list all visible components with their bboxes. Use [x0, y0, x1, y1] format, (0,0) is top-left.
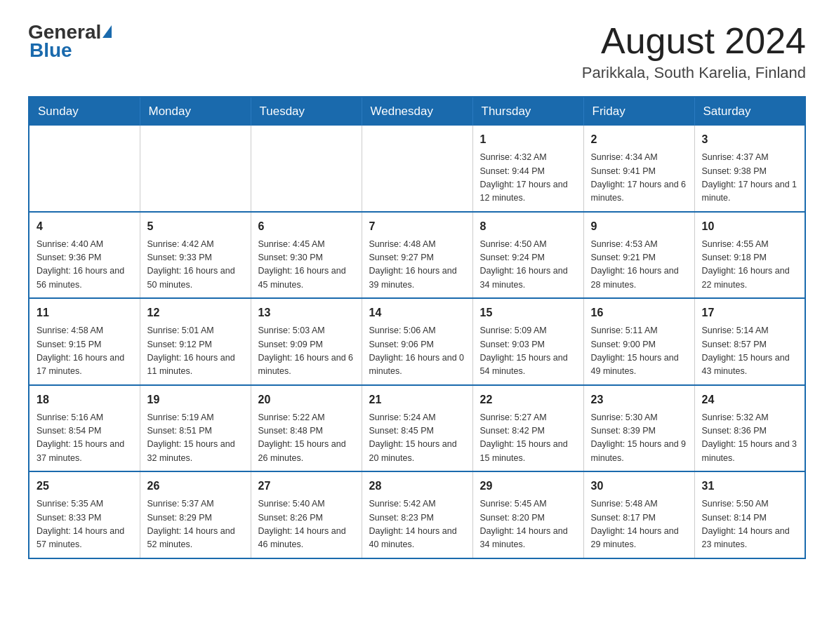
day-info: Sunrise: 5:27 AMSunset: 8:42 PMDaylight:…	[480, 411, 576, 466]
day-number: 23	[591, 391, 687, 408]
calendar-cell: 4Sunrise: 4:40 AMSunset: 9:36 PMDaylight…	[29, 212, 140, 299]
calendar-cell: 14Sunrise: 5:06 AMSunset: 9:06 PMDayligh…	[362, 298, 472, 385]
calendar-cell	[362, 126, 472, 212]
day-number: 8	[480, 218, 576, 235]
calendar-cell: 27Sunrise: 5:40 AMSunset: 8:26 PMDayligh…	[251, 471, 362, 558]
calendar-cell: 23Sunrise: 5:30 AMSunset: 8:39 PMDayligh…	[583, 385, 694, 472]
calendar-header-row: SundayMondayTuesdayWednesdayThursdayFrid…	[29, 97, 805, 126]
col-header-saturday: Saturday	[694, 97, 805, 126]
col-header-friday: Friday	[583, 97, 694, 126]
day-info: Sunrise: 5:48 AMSunset: 8:17 PMDaylight:…	[591, 497, 687, 552]
page-header: General Blue August 2024 Parikkala, Sout…	[28, 21, 806, 82]
title-block: August 2024 Parikkala, South Karelia, Fi…	[582, 21, 806, 82]
day-number: 4	[37, 218, 133, 235]
day-info: Sunrise: 5:01 AMSunset: 9:12 PMDaylight:…	[147, 324, 244, 379]
calendar-cell: 20Sunrise: 5:22 AMSunset: 8:48 PMDayligh…	[251, 385, 362, 472]
col-header-wednesday: Wednesday	[362, 97, 472, 126]
day-number: 21	[369, 391, 465, 408]
calendar-cell: 17Sunrise: 5:14 AMSunset: 8:57 PMDayligh…	[694, 298, 805, 385]
day-number: 6	[258, 218, 355, 235]
calendar-cell: 9Sunrise: 4:53 AMSunset: 9:21 PMDaylight…	[583, 212, 694, 299]
day-info: Sunrise: 4:32 AMSunset: 9:44 PMDaylight:…	[480, 151, 576, 206]
calendar-cell: 15Sunrise: 5:09 AMSunset: 9:03 PMDayligh…	[472, 298, 583, 385]
day-info: Sunrise: 4:37 AMSunset: 9:38 PMDaylight:…	[702, 151, 798, 206]
day-number: 25	[37, 478, 133, 495]
calendar-cell: 26Sunrise: 5:37 AMSunset: 8:29 PMDayligh…	[140, 471, 251, 558]
day-info: Sunrise: 5:11 AMSunset: 9:00 PMDaylight:…	[591, 324, 687, 379]
calendar-cell: 18Sunrise: 5:16 AMSunset: 8:54 PMDayligh…	[29, 385, 140, 472]
day-info: Sunrise: 5:14 AMSunset: 8:57 PMDaylight:…	[702, 324, 798, 379]
calendar-cell: 24Sunrise: 5:32 AMSunset: 8:36 PMDayligh…	[694, 385, 805, 472]
day-number: 19	[147, 391, 244, 408]
calendar-week-3: 11Sunrise: 4:58 AMSunset: 9:15 PMDayligh…	[29, 298, 805, 385]
day-info: Sunrise: 4:55 AMSunset: 9:18 PMDaylight:…	[702, 238, 798, 293]
calendar-cell: 11Sunrise: 4:58 AMSunset: 9:15 PMDayligh…	[29, 298, 140, 385]
day-number: 1	[480, 131, 576, 148]
day-info: Sunrise: 5:32 AMSunset: 8:36 PMDaylight:…	[702, 411, 798, 466]
day-number: 7	[369, 218, 465, 235]
day-number: 15	[480, 304, 576, 321]
day-info: Sunrise: 4:53 AMSunset: 9:21 PMDaylight:…	[591, 238, 687, 293]
day-info: Sunrise: 5:30 AMSunset: 8:39 PMDaylight:…	[591, 411, 687, 466]
day-number: 10	[702, 218, 798, 235]
day-info: Sunrise: 5:35 AMSunset: 8:33 PMDaylight:…	[37, 497, 133, 552]
day-number: 13	[258, 304, 355, 321]
calendar-week-5: 25Sunrise: 5:35 AMSunset: 8:33 PMDayligh…	[29, 471, 805, 558]
day-number: 9	[591, 218, 687, 235]
day-number: 30	[591, 478, 687, 495]
calendar-table: SundayMondayTuesdayWednesdayThursdayFrid…	[28, 96, 806, 559]
day-number: 31	[702, 478, 798, 495]
day-number: 16	[591, 304, 687, 321]
day-info: Sunrise: 5:40 AMSunset: 8:26 PMDaylight:…	[258, 497, 355, 552]
calendar-cell	[29, 126, 140, 212]
calendar-cell: 28Sunrise: 5:42 AMSunset: 8:23 PMDayligh…	[362, 471, 472, 558]
page-title: August 2024	[582, 21, 806, 61]
col-header-tuesday: Tuesday	[251, 97, 362, 126]
day-number: 11	[37, 304, 133, 321]
day-info: Sunrise: 5:06 AMSunset: 9:06 PMDaylight:…	[369, 324, 465, 379]
day-number: 12	[147, 304, 244, 321]
calendar-cell: 31Sunrise: 5:50 AMSunset: 8:14 PMDayligh…	[694, 471, 805, 558]
day-info: Sunrise: 5:24 AMSunset: 8:45 PMDaylight:…	[369, 411, 465, 466]
calendar-cell: 22Sunrise: 5:27 AMSunset: 8:42 PMDayligh…	[472, 385, 583, 472]
day-info: Sunrise: 5:16 AMSunset: 8:54 PMDaylight:…	[37, 411, 133, 466]
day-number: 22	[480, 391, 576, 408]
day-info: Sunrise: 5:37 AMSunset: 8:29 PMDaylight:…	[147, 497, 244, 552]
calendar-cell: 8Sunrise: 4:50 AMSunset: 9:24 PMDaylight…	[472, 212, 583, 299]
day-info: Sunrise: 4:50 AMSunset: 9:24 PMDaylight:…	[480, 238, 576, 293]
calendar-cell: 2Sunrise: 4:34 AMSunset: 9:41 PMDaylight…	[583, 126, 694, 212]
logo: General Blue	[28, 21, 112, 62]
calendar-cell: 19Sunrise: 5:19 AMSunset: 8:51 PMDayligh…	[140, 385, 251, 472]
day-info: Sunrise: 5:19 AMSunset: 8:51 PMDaylight:…	[147, 411, 244, 466]
day-info: Sunrise: 5:09 AMSunset: 9:03 PMDaylight:…	[480, 324, 576, 379]
calendar-cell: 29Sunrise: 5:45 AMSunset: 8:20 PMDayligh…	[472, 471, 583, 558]
calendar-cell: 13Sunrise: 5:03 AMSunset: 9:09 PMDayligh…	[251, 298, 362, 385]
calendar-cell: 6Sunrise: 4:45 AMSunset: 9:30 PMDaylight…	[251, 212, 362, 299]
day-info: Sunrise: 5:03 AMSunset: 9:09 PMDaylight:…	[258, 324, 355, 379]
calendar-cell: 21Sunrise: 5:24 AMSunset: 8:45 PMDayligh…	[362, 385, 472, 472]
calendar-cell	[251, 126, 362, 212]
day-number: 2	[591, 131, 687, 148]
calendar-cell: 16Sunrise: 5:11 AMSunset: 9:00 PMDayligh…	[583, 298, 694, 385]
calendar-cell: 3Sunrise: 4:37 AMSunset: 9:38 PMDaylight…	[694, 126, 805, 212]
day-info: Sunrise: 5:50 AMSunset: 8:14 PMDaylight:…	[702, 497, 798, 552]
day-number: 18	[37, 391, 133, 408]
calendar-week-1: 1Sunrise: 4:32 AMSunset: 9:44 PMDaylight…	[29, 126, 805, 212]
day-number: 17	[702, 304, 798, 321]
day-number: 24	[702, 391, 798, 408]
col-header-thursday: Thursday	[472, 97, 583, 126]
day-number: 3	[702, 131, 798, 148]
calendar-cell: 1Sunrise: 4:32 AMSunset: 9:44 PMDaylight…	[472, 126, 583, 212]
day-info: Sunrise: 4:45 AMSunset: 9:30 PMDaylight:…	[258, 238, 355, 293]
day-info: Sunrise: 4:48 AMSunset: 9:27 PMDaylight:…	[369, 238, 465, 293]
logo-blue: Blue	[29, 39, 72, 62]
calendar-cell: 30Sunrise: 5:48 AMSunset: 8:17 PMDayligh…	[583, 471, 694, 558]
day-number: 28	[369, 478, 465, 495]
day-info: Sunrise: 5:22 AMSunset: 8:48 PMDaylight:…	[258, 411, 355, 466]
day-info: Sunrise: 4:34 AMSunset: 9:41 PMDaylight:…	[591, 151, 687, 206]
calendar-week-2: 4Sunrise: 4:40 AMSunset: 9:36 PMDaylight…	[29, 212, 805, 299]
day-info: Sunrise: 4:58 AMSunset: 9:15 PMDaylight:…	[37, 324, 133, 379]
day-number: 5	[147, 218, 244, 235]
day-number: 20	[258, 391, 355, 408]
day-number: 29	[480, 478, 576, 495]
